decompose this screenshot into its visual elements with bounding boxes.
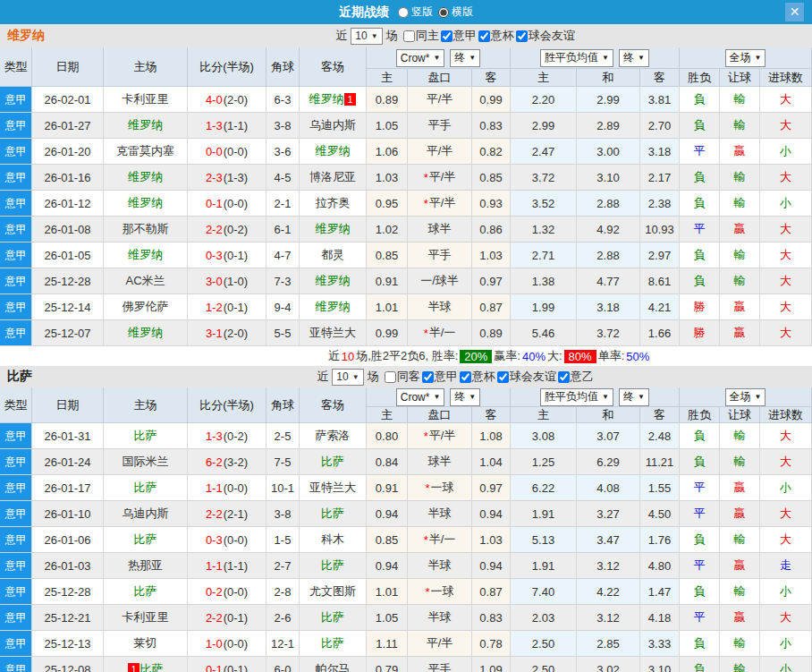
home-team-cell: 比萨 bbox=[104, 475, 188, 501]
checkbox-input[interactable] bbox=[558, 371, 570, 383]
team-label: 亚特兰大 bbox=[309, 325, 356, 341]
radio-vertical-layout[interactable]: 竖版 bbox=[398, 4, 433, 20]
away-team-cell: 维罗纳 bbox=[300, 268, 367, 294]
league-cell: 意甲 bbox=[0, 579, 32, 605]
checkbox-input[interactable] bbox=[385, 371, 396, 383]
odds-home-cell: 1.05 bbox=[367, 113, 408, 139]
handicap-result-cell: 輸 bbox=[720, 579, 760, 605]
match-row: 意甲26-01-16维罗纳2-3(1-3)4-5博洛尼亚1.03*平/半0.85… bbox=[0, 165, 812, 191]
filter-checkbox[interactable]: 球会友谊 bbox=[497, 369, 556, 385]
checkbox-input[interactable] bbox=[478, 30, 490, 42]
league-cell: 意甲 bbox=[0, 242, 32, 268]
odds-away-cell: 0.87 bbox=[472, 579, 511, 605]
score-cell: 3-0(1-0) bbox=[188, 268, 266, 294]
col-header-type: 类型 bbox=[0, 387, 32, 423]
date-cell: 26-01-05 bbox=[32, 242, 104, 268]
checkbox-label: 球会友谊 bbox=[510, 369, 556, 385]
odds-home-cell: 0.99 bbox=[367, 320, 408, 346]
team-label: 科木 bbox=[321, 532, 344, 548]
handicap-result-cell: 贏 bbox=[720, 217, 760, 242]
avg-source-select[interactable]: 胜平负均值▼ bbox=[540, 49, 613, 67]
odds-away-cell: 0.83 bbox=[472, 605, 511, 631]
filter-checkbox[interactable]: 同主 bbox=[403, 28, 439, 44]
avg-source-select[interactable]: 胜平负均值▼ bbox=[540, 388, 613, 406]
avg-time-select[interactable]: 终▼ bbox=[619, 49, 649, 67]
date-cell: 26-01-20 bbox=[32, 139, 104, 165]
radio-horizontal-input[interactable] bbox=[438, 7, 449, 18]
games-unit-label: 场 bbox=[386, 28, 398, 44]
goals-cell: 小 bbox=[760, 139, 812, 165]
result-cell: 負 bbox=[680, 191, 720, 217]
checkbox-label: 同客 bbox=[397, 369, 420, 385]
date-cell: 26-01-16 bbox=[32, 165, 104, 191]
odds-home-cell: 0.91 bbox=[367, 475, 408, 501]
score-cell: 2-2(2-1) bbox=[188, 501, 266, 527]
handicap-result-cell: 贏 bbox=[720, 501, 760, 527]
filter-checkbox[interactable]: 意杯 bbox=[478, 28, 514, 44]
avg-time-select[interactable]: 终▼ bbox=[619, 388, 649, 406]
handicap-result-cell: 贏 bbox=[720, 605, 760, 631]
filter-checkbox[interactable]: 意乙 bbox=[558, 369, 594, 385]
rank-badge: 1 bbox=[128, 663, 139, 672]
home-team-cell: 乌迪内斯 bbox=[104, 501, 188, 527]
score-cell: 0-3(0-0) bbox=[188, 527, 266, 553]
handicap-line-cell: 球半 bbox=[408, 449, 472, 475]
odds-home-cell: 0.94 bbox=[367, 553, 408, 579]
radio-horizontal-layout[interactable]: 横版 bbox=[438, 4, 473, 20]
odds-time-select[interactable]: 终▼ bbox=[450, 388, 480, 406]
games-count-select[interactable]: 10 ▼ bbox=[351, 28, 382, 45]
win-pct-badge: 20% bbox=[460, 350, 492, 363]
games-unit-label: 场 bbox=[368, 369, 379, 385]
date-cell: 26-01-10 bbox=[32, 501, 104, 527]
checkbox-input[interactable] bbox=[441, 30, 453, 42]
goals-cell: 大 bbox=[760, 320, 812, 346]
corner-cell: 3-8 bbox=[266, 113, 300, 139]
filter-checkbox[interactable]: 球会友谊 bbox=[516, 28, 575, 44]
checkbox-input[interactable] bbox=[403, 30, 415, 42]
home-team-cell: 比萨 bbox=[104, 527, 188, 553]
team-label: 热那亚 bbox=[128, 557, 163, 574]
checkbox-input[interactable] bbox=[422, 371, 434, 383]
close-icon[interactable]: ✕ bbox=[785, 3, 804, 21]
filter-checkbox[interactable]: 意甲 bbox=[441, 28, 477, 44]
team-label: 莱切 bbox=[134, 635, 157, 651]
filter-checkbox-group: 同主意甲意杯球会友谊 bbox=[402, 28, 575, 44]
avg-away-cell: 1.76 bbox=[640, 527, 680, 553]
avg-away-cell: 10.93 bbox=[640, 217, 680, 242]
date-cell: 26-01-27 bbox=[32, 113, 104, 139]
checkbox-input[interactable] bbox=[460, 371, 471, 383]
odds-time-select[interactable]: 终▼ bbox=[450, 49, 480, 67]
corner-cell: 7-3 bbox=[266, 268, 300, 294]
odds-away-cell: 0.99 bbox=[472, 87, 511, 113]
league-cell: 意甲 bbox=[0, 527, 32, 553]
scope-select[interactable]: 全场▼ bbox=[725, 49, 766, 67]
games-count-select[interactable]: 10 ▼ bbox=[332, 369, 363, 386]
odds-source-select[interactable]: Crow*▼ bbox=[396, 49, 445, 67]
home-team-cell: 莱切 bbox=[104, 631, 188, 657]
score-cell: 2-2(0-2) bbox=[188, 217, 266, 242]
avg-home-cell: 1.91 bbox=[511, 501, 577, 527]
radio-vertical-input[interactable] bbox=[398, 7, 409, 18]
filter-checkbox[interactable]: 意杯 bbox=[460, 369, 495, 385]
scope-select[interactable]: 全场▼ bbox=[725, 388, 766, 406]
date-cell: 25-12-14 bbox=[32, 294, 104, 320]
filter-checkbox[interactable]: 意甲 bbox=[422, 369, 458, 385]
date-cell: 26-01-17 bbox=[32, 475, 104, 501]
avg-draw-cell: 3.00 bbox=[577, 139, 640, 165]
odds-home-cell: 1.02 bbox=[367, 217, 408, 242]
handicap-result-cell: 輸 bbox=[720, 165, 760, 191]
odds-home-cell: 0.84 bbox=[367, 449, 408, 475]
filter-checkbox[interactable]: 同客 bbox=[385, 369, 420, 385]
chevron-down-icon: ▼ bbox=[469, 393, 476, 401]
win-rate-label: 赢率: bbox=[494, 348, 520, 364]
pisa-filter-bar: 近 10 ▼ 场 同客意甲意杯球会友谊意乙 bbox=[315, 369, 595, 386]
corner-cell: 12-1 bbox=[266, 631, 300, 657]
checkbox-input[interactable] bbox=[497, 371, 509, 383]
home-team-cell: 热那亚 bbox=[104, 553, 188, 579]
odds-source-select[interactable]: Crow*▼ bbox=[396, 388, 445, 406]
checkbox-input[interactable] bbox=[516, 30, 528, 42]
corner-cell: 4-7 bbox=[266, 242, 300, 268]
avg-away-cell: 8.61 bbox=[640, 268, 680, 294]
team-label: 维罗纳 bbox=[128, 325, 163, 341]
odds-away-cell: 1.09 bbox=[472, 657, 511, 672]
